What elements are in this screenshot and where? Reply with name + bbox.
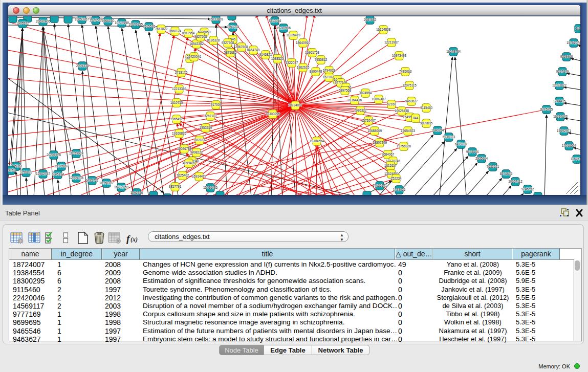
svg-text:19756928: 19756928 [397,144,411,148]
svg-text:18724007: 18724007 [288,103,303,107]
svg-text:15720407: 15720407 [361,119,376,122]
svg-text:887833: 887833 [194,138,205,142]
svg-text:7955812: 7955812 [315,58,328,61]
svg-text:9684067: 9684067 [382,152,395,156]
svg-text:5322037: 5322037 [286,61,298,64]
svg-text:2718176: 2718176 [175,71,188,74]
svg-text:9115460: 9115460 [420,106,433,110]
svg-text:1588520: 1588520 [271,57,284,60]
svg-text:15692971: 15692971 [557,129,572,133]
svg-text:7632621: 7632621 [487,165,499,168]
svg-text:1362615: 1362615 [297,65,310,69]
svg-text:19654923: 19654923 [401,129,416,133]
svg-text:8912954: 8912954 [182,31,195,35]
svg-text:10688609: 10688609 [367,129,382,133]
svg-text:11325419: 11325419 [286,33,300,37]
svg-text:16210643: 16210643 [553,115,568,118]
svg-text:10958107: 10958107 [99,181,114,185]
svg-text:1640954: 1640954 [431,128,444,132]
svg-text:7663822: 7663822 [155,27,168,31]
svg-text:1244415: 1244415 [553,99,566,103]
svg-text:5875685: 5875685 [224,51,237,54]
svg-text:2687682: 2687682 [364,18,377,21]
svg-text:10654112: 10654112 [508,180,522,183]
svg-text:62160: 62160 [387,102,396,106]
svg-text:9899695: 9899695 [420,121,433,125]
svg-text:17359924: 17359924 [69,151,84,155]
svg-text:18807249: 18807249 [373,141,387,144]
svg-text:1117: 1117 [575,27,580,30]
svg-text:9498222: 9498222 [190,150,203,154]
svg-text:17016504: 17016504 [562,144,577,147]
svg-text:844: 844 [413,116,419,120]
svg-text:16648784: 16648784 [446,50,461,53]
svg-text:20364436: 20364436 [347,98,362,102]
svg-text:f: f [126,233,130,244]
svg-text:2005334: 2005334 [76,64,89,68]
svg-text:8186328: 8186328 [207,38,220,42]
svg-text:22420046: 22420046 [187,55,202,58]
svg-text:7357224: 7357224 [227,25,239,29]
svg-text:7485063: 7485063 [399,70,412,73]
svg-text:39159: 39159 [8,168,15,172]
svg-text:1527602: 1527602 [90,18,102,22]
svg-text:9474444: 9474444 [466,150,479,154]
svg-text:9857791: 9857791 [169,185,182,188]
svg-text:1610755: 1610755 [170,101,183,104]
svg-text:18640910: 18640910 [296,41,311,45]
svg-text:16914479: 16914479 [192,174,207,178]
svg-text:10046788: 10046788 [177,147,192,150]
svg-text:1905572: 1905572 [16,21,29,25]
svg-text:19975867: 19975867 [54,164,69,168]
svg-text:10719155: 10719155 [115,21,129,25]
svg-text:9827508: 9827508 [194,35,207,38]
svg-text:18300295: 18300295 [266,112,280,116]
svg-text:8454749: 8454749 [247,48,260,52]
svg-text:12942757: 12942757 [36,172,51,176]
svg-text:1145194: 1145194 [52,172,64,176]
svg-text:9327508: 9327508 [222,41,234,45]
svg-text:5938923: 5938923 [443,135,455,139]
svg-text:14136141: 14136141 [373,184,387,187]
svg-text:10653267: 10653267 [75,17,90,21]
svg-text:10671355: 10671355 [128,23,143,26]
svg-text:9245652: 9245652 [521,187,534,191]
svg-text:9227349: 9227349 [556,70,569,73]
svg-text:20691406: 20691406 [36,19,51,23]
svg-text:6479197: 6479197 [455,142,468,146]
svg-text:1733426: 1733426 [393,188,406,191]
svg-text:(x): (x) [130,236,138,243]
svg-text:8990448: 8990448 [310,70,322,73]
svg-text:16154808: 16154808 [376,28,391,31]
svg-text:2867608: 2867608 [235,45,248,49]
svg-text:1795722: 1795722 [86,179,99,182]
svg-text:12975115: 12975115 [402,83,417,87]
svg-text:9146821: 9146821 [259,53,272,56]
svg-text:3824554: 3824554 [359,91,372,95]
svg-text:6897568: 6897568 [339,89,352,92]
svg-text:8813054: 8813054 [269,19,281,23]
svg-text:8660124: 8660124 [169,29,182,33]
svg-text:7515526: 7515526 [143,25,156,28]
svg-text:1615117: 1615117 [384,164,397,167]
svg-text:12213369: 12213369 [172,87,187,91]
svg-text:1167534: 1167534 [571,157,580,161]
svg-text:10973493: 10973493 [392,54,407,57]
svg-text:19384554: 19384554 [310,139,324,143]
svg-text:10807487: 10807487 [372,97,386,101]
svg-text:2935114: 2935114 [475,157,488,160]
svg-text:6794028: 6794028 [323,69,336,72]
svg-text:20206576: 20206576 [47,153,61,157]
svg-text:12093822: 12093822 [552,83,567,87]
svg-text:4099489: 4099489 [183,161,195,165]
svg-text:917004: 917004 [210,103,222,106]
svg-text:15716485: 15716485 [203,186,218,189]
svg-text:12905135: 12905135 [69,176,84,180]
svg-text:9329966: 9329966 [560,55,573,58]
svg-text:7986322: 7986322 [354,108,367,112]
svg-text:19218506: 19218506 [276,26,291,30]
svg-text:1965492: 1965492 [170,117,183,121]
svg-text:8471676: 8471676 [500,172,513,176]
svg-text:9463627: 9463627 [405,99,418,103]
svg-text:10025438: 10025438 [395,109,409,113]
